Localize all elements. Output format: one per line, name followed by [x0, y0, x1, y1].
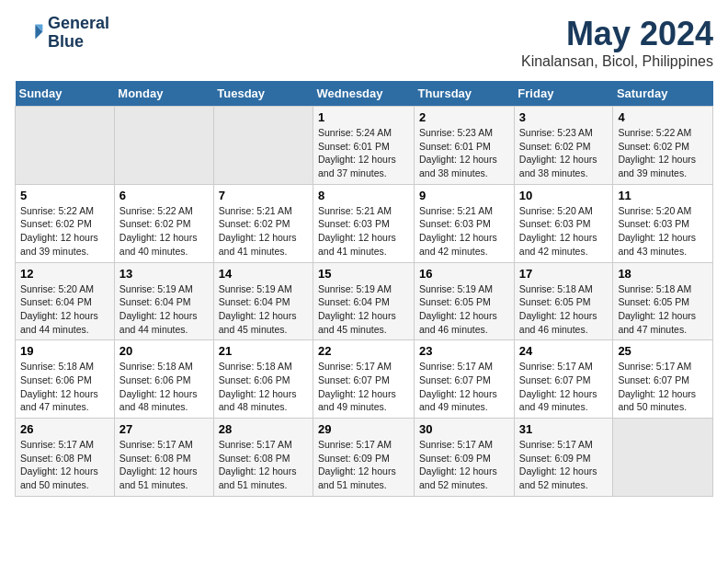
day-cell: 9Sunrise: 5:21 AMSunset: 6:03 PMDaylight… [415, 184, 515, 262]
day-info: Sunrise: 5:17 AMSunset: 6:08 PMDaylight:… [219, 438, 308, 492]
day-cell: 29Sunrise: 5:17 AMSunset: 6:09 PMDayligh… [313, 419, 415, 497]
day-number: 25 [618, 344, 708, 358]
week-row-3: 12Sunrise: 5:20 AMSunset: 6:04 PMDayligh… [16, 262, 713, 340]
day-info: Sunrise: 5:19 AMSunset: 6:05 PMDaylight:… [419, 282, 509, 337]
day-number: 29 [318, 422, 409, 436]
header-cell-friday: Friday [514, 81, 613, 107]
day-number: 5 [20, 189, 109, 202]
day-number: 28 [219, 422, 308, 436]
header-cell-monday: Monday [114, 81, 213, 107]
day-info: Sunrise: 5:17 AMSunset: 6:07 PMDaylight:… [419, 360, 509, 414]
day-number: 1 [318, 110, 409, 124]
logo-icon [15, 18, 44, 48]
logo: General Blue [15, 15, 109, 52]
header-cell-saturday: Saturday [613, 81, 713, 107]
day-cell: 28Sunrise: 5:17 AMSunset: 6:08 PMDayligh… [213, 419, 313, 497]
header-row: SundayMondayTuesdayWednesdayThursdayFrid… [16, 81, 713, 107]
day-info: Sunrise: 5:21 AMSunset: 6:03 PMDaylight:… [318, 204, 409, 259]
main-title: May 2024 [521, 15, 713, 53]
header-cell-tuesday: Tuesday [213, 81, 313, 107]
day-number: 15 [318, 267, 409, 281]
day-number: 18 [618, 267, 708, 281]
week-row-5: 26Sunrise: 5:17 AMSunset: 6:08 PMDayligh… [16, 419, 713, 497]
header-cell-sunday: Sunday [16, 81, 115, 107]
day-cell: 5Sunrise: 5:22 AMSunset: 6:02 PMDaylight… [16, 184, 115, 262]
day-cell: 31Sunrise: 5:17 AMSunset: 6:09 PMDayligh… [514, 419, 613, 497]
day-info: Sunrise: 5:18 AMSunset: 6:06 PMDaylight:… [20, 360, 109, 414]
day-cell: 8Sunrise: 5:21 AMSunset: 6:03 PMDaylight… [313, 184, 415, 262]
day-cell: 10Sunrise: 5:20 AMSunset: 6:03 PMDayligh… [514, 184, 613, 262]
day-number: 24 [519, 344, 609, 358]
day-number: 2 [419, 110, 509, 124]
day-cell: 20Sunrise: 5:18 AMSunset: 6:06 PMDayligh… [114, 340, 213, 419]
day-number: 10 [519, 189, 609, 202]
header-cell-wednesday: Wednesday [313, 81, 415, 107]
day-cell: 30Sunrise: 5:17 AMSunset: 6:09 PMDayligh… [415, 419, 515, 497]
day-cell: 23Sunrise: 5:17 AMSunset: 6:07 PMDayligh… [415, 340, 515, 419]
day-info: Sunrise: 5:18 AMSunset: 6:06 PMDaylight:… [219, 360, 308, 414]
day-number: 31 [519, 422, 609, 436]
day-info: Sunrise: 5:21 AMSunset: 6:02 PMDaylight:… [219, 204, 308, 259]
day-number: 30 [419, 422, 509, 436]
day-cell: 13Sunrise: 5:19 AMSunset: 6:04 PMDayligh… [114, 262, 213, 340]
logo-line1: General [48, 15, 109, 33]
day-cell: 12Sunrise: 5:20 AMSunset: 6:04 PMDayligh… [16, 262, 115, 340]
day-number: 8 [318, 189, 409, 202]
day-cell: 1Sunrise: 5:24 AMSunset: 6:01 PMDaylight… [313, 107, 415, 185]
day-number: 12 [20, 267, 109, 281]
day-number: 27 [119, 422, 209, 436]
day-cell: 21Sunrise: 5:18 AMSunset: 6:06 PMDayligh… [213, 340, 313, 419]
day-cell: 18Sunrise: 5:18 AMSunset: 6:05 PMDayligh… [613, 262, 713, 340]
day-number: 21 [219, 344, 308, 358]
day-info: Sunrise: 5:20 AMSunset: 6:03 PMDaylight:… [519, 204, 609, 259]
logo-line2: Blue [48, 33, 109, 52]
day-info: Sunrise: 5:20 AMSunset: 6:03 PMDaylight:… [618, 204, 708, 259]
day-info: Sunrise: 5:17 AMSunset: 6:07 PMDaylight:… [618, 360, 708, 414]
day-info: Sunrise: 5:20 AMSunset: 6:04 PMDaylight:… [20, 282, 109, 337]
day-number: 17 [519, 267, 609, 281]
day-number: 4 [618, 110, 708, 124]
day-cell: 24Sunrise: 5:17 AMSunset: 6:07 PMDayligh… [514, 340, 613, 419]
day-cell [16, 107, 115, 185]
day-info: Sunrise: 5:17 AMSunset: 6:09 PMDaylight:… [519, 438, 609, 492]
day-cell: 26Sunrise: 5:17 AMSunset: 6:08 PMDayligh… [16, 419, 115, 497]
day-number: 26 [20, 422, 109, 436]
day-cell [613, 419, 713, 497]
day-info: Sunrise: 5:24 AMSunset: 6:01 PMDaylight:… [318, 126, 409, 180]
day-number: 13 [119, 267, 209, 281]
day-info: Sunrise: 5:19 AMSunset: 6:04 PMDaylight:… [119, 282, 209, 337]
day-number: 20 [119, 344, 209, 358]
day-info: Sunrise: 5:17 AMSunset: 6:08 PMDaylight:… [20, 438, 109, 492]
day-cell: 25Sunrise: 5:17 AMSunset: 6:07 PMDayligh… [613, 340, 713, 419]
day-info: Sunrise: 5:17 AMSunset: 6:07 PMDaylight:… [519, 360, 609, 414]
day-cell: 15Sunrise: 5:19 AMSunset: 6:04 PMDayligh… [313, 262, 415, 340]
calendar-table: SundayMondayTuesdayWednesdayThursdayFrid… [15, 81, 713, 497]
day-cell: 19Sunrise: 5:18 AMSunset: 6:06 PMDayligh… [16, 340, 115, 419]
day-number: 7 [219, 189, 308, 202]
day-info: Sunrise: 5:18 AMSunset: 6:05 PMDaylight:… [519, 282, 609, 337]
day-info: Sunrise: 5:22 AMSunset: 6:02 PMDaylight:… [618, 126, 708, 180]
day-cell: 4Sunrise: 5:22 AMSunset: 6:02 PMDaylight… [613, 107, 713, 185]
day-cell: 7Sunrise: 5:21 AMSunset: 6:02 PMDaylight… [213, 184, 313, 262]
day-number: 22 [318, 344, 409, 358]
day-info: Sunrise: 5:19 AMSunset: 6:04 PMDaylight:… [219, 282, 308, 337]
day-info: Sunrise: 5:22 AMSunset: 6:02 PMDaylight:… [119, 204, 209, 259]
day-info: Sunrise: 5:17 AMSunset: 6:09 PMDaylight:… [318, 438, 409, 492]
day-cell: 14Sunrise: 5:19 AMSunset: 6:04 PMDayligh… [213, 262, 313, 340]
day-info: Sunrise: 5:21 AMSunset: 6:03 PMDaylight:… [419, 204, 509, 259]
header-cell-thursday: Thursday [415, 81, 515, 107]
day-number: 9 [419, 189, 509, 202]
day-number: 6 [119, 189, 209, 202]
header: General Blue May 2024 Kinalansan, Bicol,… [15, 15, 713, 70]
day-number: 19 [20, 344, 109, 358]
day-number: 11 [618, 189, 708, 202]
day-number: 3 [519, 110, 609, 124]
subtitle: Kinalansan, Bicol, Philippines [521, 53, 713, 70]
day-cell: 2Sunrise: 5:23 AMSunset: 6:01 PMDaylight… [415, 107, 515, 185]
day-info: Sunrise: 5:17 AMSunset: 6:09 PMDaylight:… [419, 438, 509, 492]
day-info: Sunrise: 5:23 AMSunset: 6:01 PMDaylight:… [419, 126, 509, 180]
day-cell: 17Sunrise: 5:18 AMSunset: 6:05 PMDayligh… [514, 262, 613, 340]
day-info: Sunrise: 5:19 AMSunset: 6:04 PMDaylight:… [318, 282, 409, 337]
week-row-2: 5Sunrise: 5:22 AMSunset: 6:02 PMDaylight… [16, 184, 713, 262]
day-cell: 16Sunrise: 5:19 AMSunset: 6:05 PMDayligh… [415, 262, 515, 340]
